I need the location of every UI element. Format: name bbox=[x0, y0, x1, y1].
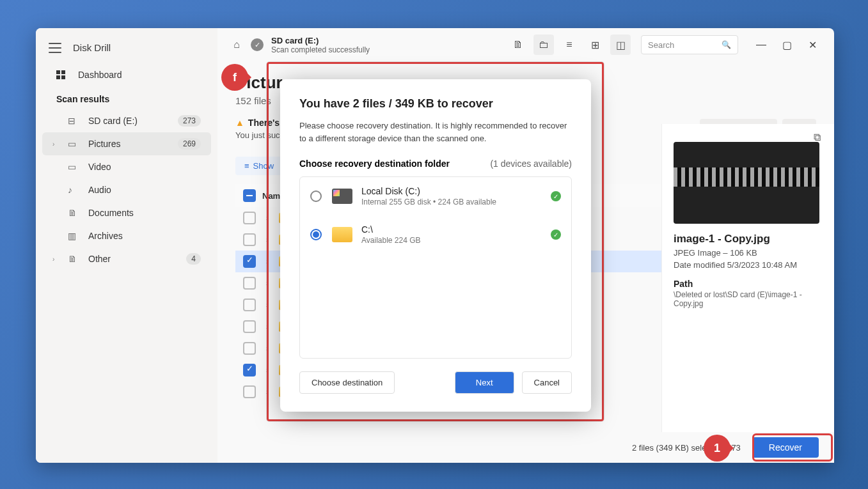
preview-path-value: \Deleted or lost\SD card (E)\image-1 - C… bbox=[674, 290, 823, 308]
close-button[interactable]: ✕ bbox=[800, 35, 825, 55]
archive-icon: ▥ bbox=[68, 231, 81, 241]
status-check-icon: ✓ bbox=[251, 38, 264, 51]
expand-icon[interactable]: › bbox=[266, 280, 275, 287]
menu-icon[interactable] bbox=[49, 43, 61, 53]
minimize-button[interactable]: — bbox=[748, 35, 774, 55]
video-icon: ▭ bbox=[68, 162, 81, 172]
dest-item-c-drive[interactable]: C:\ Available 224 GB ✓ bbox=[300, 215, 571, 254]
expand-icon[interactable]: › bbox=[266, 258, 275, 265]
image-icon: ▭ bbox=[68, 139, 81, 149]
dialog-description: Please choose recovery destination. It i… bbox=[299, 120, 572, 144]
expand-icon[interactable]: › bbox=[266, 345, 275, 352]
preview-path-label: Path bbox=[674, 279, 823, 289]
filter-show-button[interactable]: ≡Show bbox=[235, 157, 283, 175]
folder-view-icon[interactable]: 🗀 bbox=[533, 35, 554, 55]
dialog-title: You have 2 files / 349 KB to recover bbox=[299, 97, 572, 111]
expand-icon[interactable]: › bbox=[266, 215, 275, 222]
dest-item-local-disk[interactable]: Local Disk (C:) Internal 255 GB disk • 2… bbox=[300, 177, 571, 215]
grid-icon bbox=[56, 70, 69, 79]
preview-thumbnail bbox=[674, 142, 819, 224]
sidebar-item-sdcard[interactable]: ⊟ SD card (E:) 273 bbox=[42, 109, 211, 132]
row-checkbox[interactable] bbox=[243, 342, 256, 355]
preview-filename: image-1 - Copy.jpg bbox=[674, 233, 823, 245]
list-view-icon[interactable]: ≡ bbox=[559, 35, 580, 55]
check-icon: ✓ bbox=[551, 191, 561, 201]
file-view-icon[interactable]: 🗎 bbox=[508, 35, 528, 55]
panel-view-icon[interactable]: ◫ bbox=[610, 35, 631, 55]
disk-icon bbox=[332, 189, 352, 204]
sidebar-item-pictures[interactable]: › ▭ Pictures 269 bbox=[42, 132, 211, 155]
row-checkbox[interactable] bbox=[243, 299, 256, 311]
app-title: Disk Drill bbox=[73, 42, 111, 53]
sidebar-item-documents[interactable]: 🗎Documents bbox=[42, 201, 211, 224]
warning-icon: ▲ bbox=[235, 118, 244, 128]
cancel-button[interactable]: Cancel bbox=[522, 371, 572, 394]
row-checkbox[interactable] bbox=[243, 385, 256, 398]
recovery-dialog: You have 2 files / 349 KB to recover Ple… bbox=[280, 79, 591, 412]
row-checkbox[interactable] bbox=[243, 364, 256, 376]
expand-icon[interactable]: › bbox=[266, 302, 275, 309]
radio-unselected[interactable] bbox=[310, 190, 322, 202]
topbar: ⌂ ✓ SD card (E:) Scan completed successf… bbox=[217, 28, 834, 61]
search-input[interactable]: Search 🔍 bbox=[641, 35, 738, 54]
folder-icon bbox=[332, 227, 352, 242]
dest-count: (1 devices available) bbox=[490, 159, 572, 169]
sidebar: Disk Drill Dashboard Scan results ⊟ SD c… bbox=[36, 28, 217, 463]
callout-1: 1 bbox=[704, 435, 730, 462]
sidebar-item-audio[interactable]: ♪Audio bbox=[42, 178, 211, 201]
row-checkbox[interactable] bbox=[243, 233, 256, 246]
home-icon[interactable]: ⌂ bbox=[226, 35, 247, 55]
scan-status: Scan completed successfully bbox=[271, 45, 370, 54]
sidebar-item-other[interactable]: › 🗎 Other 4 bbox=[42, 247, 211, 270]
row-checkbox[interactable] bbox=[243, 320, 256, 333]
preview-modified: Date modified 5/3/2023 10:48 AM bbox=[674, 260, 823, 270]
chevron-right-icon: › bbox=[52, 256, 54, 263]
preview-panel: ⧉ image-1 - Copy.jpg JPEG Image – 106 KB… bbox=[661, 124, 834, 432]
dest-label: Choose recovery destination folder bbox=[299, 159, 450, 169]
select-all-checkbox[interactable] bbox=[243, 189, 256, 202]
recover-button[interactable]: Recover bbox=[752, 437, 819, 458]
radio-selected[interactable] bbox=[310, 229, 322, 240]
choose-destination-button[interactable]: Choose destination bbox=[299, 371, 395, 394]
drive-icon: ⊟ bbox=[68, 116, 81, 126]
footer: 2 files (349 KB) selected, 273 Recover bbox=[217, 432, 834, 463]
sidebar-item-archives[interactable]: ▥Archives bbox=[42, 224, 211, 247]
row-checkbox[interactable] bbox=[243, 212, 256, 224]
callout-f: f bbox=[221, 64, 248, 91]
document-icon: 🗎 bbox=[68, 208, 81, 218]
grid-view-icon[interactable]: ⊞ bbox=[585, 35, 605, 55]
check-icon: ✓ bbox=[551, 229, 561, 240]
sidebar-item-video[interactable]: ▭Video bbox=[42, 155, 211, 178]
row-checkbox[interactable] bbox=[243, 255, 256, 268]
sidebar-item-dashboard[interactable]: Dashboard bbox=[42, 63, 211, 86]
breadcrumb-title: SD card (E:) bbox=[271, 36, 370, 45]
expand-icon[interactable]: › bbox=[266, 237, 275, 244]
maximize-button[interactable]: ▢ bbox=[774, 35, 800, 55]
next-button[interactable]: Next bbox=[455, 371, 514, 394]
expand-icon[interactable]: › bbox=[266, 389, 275, 396]
audio-icon: ♪ bbox=[68, 185, 81, 195]
preview-type: JPEG Image – 106 KB bbox=[674, 248, 823, 258]
sidebar-section-header: Scan results bbox=[42, 86, 211, 109]
file-icon: 🗎 bbox=[68, 254, 81, 264]
sliders-icon: ≡ bbox=[244, 161, 249, 171]
expand-icon[interactable]: › bbox=[266, 323, 275, 330]
row-checkbox[interactable] bbox=[243, 277, 256, 290]
chevron-right-icon: › bbox=[52, 141, 54, 148]
search-icon: 🔍 bbox=[722, 40, 731, 49]
expand-icon[interactable]: › bbox=[266, 367, 275, 374]
